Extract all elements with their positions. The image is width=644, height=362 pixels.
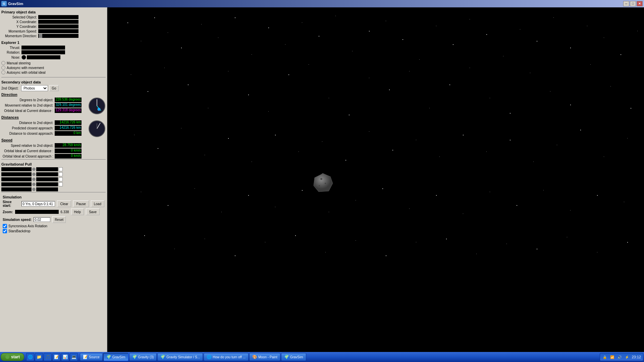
taskbar-item-6[interactable]: 🌍GravSim (281, 353, 306, 361)
star (181, 128, 181, 128)
movement-label: Movement relative to 2nd object: (1, 104, 53, 107)
grav-checkbox-1[interactable] (59, 167, 63, 171)
star (335, 16, 336, 16)
save-btn[interactable]: Save (86, 208, 100, 215)
notepad-icon[interactable]: 📝 (52, 353, 60, 361)
orbital-closest-value: 0 km/s (55, 154, 82, 159)
star (537, 41, 537, 42)
orbital-closest-row: Orbital Ideal at Closest approach : 0 km… (1, 154, 106, 159)
second-object-select[interactable]: Phobos Deimos Mars (21, 85, 48, 91)
grav-checkbox-3[interactable] (59, 177, 63, 181)
taskbar-item-5[interactable]: 🎨Moon - Paint (249, 353, 280, 361)
manual-steering-radio[interactable]: Manual steering (1, 61, 106, 65)
sim-row-1: Since start: Clear Pause Load (3, 200, 104, 207)
distances-title: Distances (1, 115, 86, 119)
speed-relative-label: Speed relative to 2nd object: (1, 144, 53, 147)
ie-icon[interactable]: 🌐 (26, 353, 34, 361)
taskbar-item-1[interactable]: 🌍GravSim (103, 353, 128, 361)
star (587, 26, 587, 26)
star (416, 242, 416, 242)
start-button[interactable]: start (1, 353, 24, 361)
space-viewport[interactable] (107, 7, 644, 352)
grav-checkbox-2[interactable] (59, 172, 63, 176)
calc-icon[interactable]: 📊 (61, 353, 69, 361)
taskbar-item-3[interactable]: 🌍Gravity Simulator / S... (157, 353, 203, 361)
movement-value: 329.101 degrees (55, 103, 82, 108)
predicted-closest-label: Predicted closest approach: (1, 126, 53, 130)
grav-circle-5 (32, 188, 36, 191)
reset-btn[interactable]: Reset (52, 216, 66, 223)
star (174, 249, 175, 249)
manual-steering-radio-btn[interactable] (1, 61, 5, 65)
tray-icon-volume: 🔊 (617, 354, 622, 360)
star (476, 254, 477, 254)
zoom-bar[interactable] (15, 210, 59, 214)
since-start-label: Since start: (3, 200, 19, 207)
grav-section: Gravitational Pull (1, 159, 106, 192)
star (386, 21, 386, 21)
rotation-bar (21, 50, 65, 54)
star (275, 207, 275, 207)
thrust-bar (21, 46, 65, 50)
stars-backdrop-checkbox[interactable] (3, 229, 7, 233)
star (436, 195, 437, 196)
star (604, 38, 604, 38)
since-start-input[interactable] (21, 201, 55, 206)
star (252, 162, 252, 162)
grav-bar-right-2 (36, 172, 58, 176)
svg-point-10 (319, 185, 320, 186)
taskbar-item-0[interactable]: 📝Source (80, 353, 103, 361)
star (319, 36, 319, 37)
grav-row-3 (1, 177, 106, 181)
star (252, 54, 252, 55)
orbital-current-value: 0 km/s (55, 148, 82, 153)
tray-icon-2: 📶 (609, 354, 615, 360)
distance-closest-value: 0 km (55, 131, 82, 136)
star (439, 157, 440, 157)
media-icon[interactable]: 🎵 (44, 353, 52, 361)
autosync-movement-radio-btn[interactable] (1, 66, 5, 70)
distance-2nd-value: 14216.726 km (55, 120, 82, 125)
star (470, 68, 470, 68)
zoom-value: 6.338 (61, 210, 69, 214)
momentum-direction-thumb[interactable] (39, 34, 42, 38)
star (389, 89, 390, 90)
grav-checkbox-4[interactable] (59, 182, 63, 186)
sync-axis-checkbox[interactable] (3, 224, 7, 228)
grav-bar-left-1 (1, 167, 32, 171)
maximize-btn[interactable]: □ (630, 1, 636, 6)
predicted-closest-row: Predicted closest approach: 14216.726 km (1, 126, 86, 130)
pause-btn[interactable]: Pause (73, 200, 89, 207)
star (604, 157, 604, 157)
autosync-orbital-label: Autosync with orbital ideal (7, 71, 46, 74)
minimize-btn[interactable]: ─ (623, 1, 629, 6)
star (302, 22, 302, 23)
grav-row-4 (1, 182, 106, 186)
go-button[interactable]: Go (49, 85, 58, 91)
star (486, 152, 487, 152)
star (597, 252, 597, 252)
sim-speed-input[interactable] (34, 217, 50, 222)
taskbar-item-4[interactable]: 🌐How do you turn off ... (204, 353, 249, 361)
autosync-orbital-radio[interactable]: Autosync with orbital ideal (1, 70, 106, 74)
close-btn[interactable]: ✕ (637, 1, 643, 6)
taskbar-item-2[interactable]: 🌍Gravity (3) (129, 353, 157, 361)
autosync-movement-radio[interactable]: Autosync with movement (1, 66, 106, 70)
momentum-speed-bar (38, 29, 78, 33)
star (164, 68, 165, 68)
title-bar: G GravSim ─ □ ✕ (0, 0, 644, 7)
help-btn[interactable]: Help (71, 208, 84, 215)
rotation-label: Rotation: (1, 51, 21, 54)
clear-btn[interactable]: Clear (57, 200, 71, 207)
nose-bar (27, 55, 60, 59)
star (627, 242, 628, 243)
explorer2-icon[interactable]: 💻 (70, 353, 78, 361)
autosync-orbital-radio-btn[interactable] (1, 70, 5, 74)
zoom-label: Zoom: (3, 210, 13, 214)
star (131, 74, 131, 75)
momentum-direction-bar[interactable] (38, 34, 78, 38)
star (382, 188, 383, 189)
folder-icon[interactable]: 📁 (35, 353, 43, 361)
load-btn[interactable]: Load (91, 200, 104, 207)
star (453, 44, 453, 45)
